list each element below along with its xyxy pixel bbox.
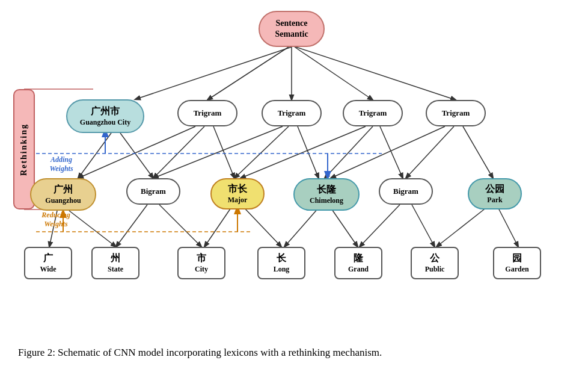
trigram1-label: Trigram <box>194 108 222 118</box>
node-chimelong: 长隆 Chimelong <box>293 178 360 211</box>
svg-line-17 <box>406 126 454 178</box>
svg-line-14 <box>325 126 373 178</box>
bigram1-label: Bigram <box>141 187 166 196</box>
svg-line-11 <box>234 126 289 178</box>
node-trigram3: Trigram <box>343 100 403 126</box>
svg-line-10 <box>153 126 283 178</box>
svg-line-25 <box>284 208 319 247</box>
bigram2-label: Bigram <box>393 187 418 196</box>
svg-line-3 <box>295 47 373 100</box>
gz-zh: 广州 <box>54 184 73 196</box>
grand-zh: 隆 <box>354 252 363 265</box>
figure-caption: Figure 2: Schematic of CNN model incorpo… <box>18 345 570 361</box>
node-bigram2: Bigram <box>379 178 433 205</box>
gz-city-en: Guangzhou City <box>80 118 130 127</box>
node-park: 公园 Park <box>468 178 522 209</box>
city-zh: 市 <box>197 252 206 265</box>
svg-line-18 <box>463 126 493 178</box>
node-sentence-semantic: SentenceSemantic <box>259 11 325 47</box>
leaf-long: 长 Long <box>257 247 305 279</box>
leaf-garden: 园 Garden <box>493 247 541 279</box>
svg-line-0 <box>135 47 292 99</box>
root-label: SentenceSemantic <box>275 18 308 40</box>
svg-line-15 <box>380 126 403 178</box>
svg-line-6 <box>120 133 153 178</box>
major-en: Major <box>228 196 248 205</box>
svg-line-8 <box>153 126 204 178</box>
park-en: Park <box>487 196 502 205</box>
park-zh: 公园 <box>485 183 504 196</box>
leaf-wide: 广 Wide <box>24 247 72 279</box>
leaf-state: 州 State <box>91 247 139 279</box>
long-zh: 长 <box>277 252 286 265</box>
node-trigram1: Trigram <box>177 100 237 126</box>
adding-weights-label: AddingWeights <box>37 155 85 173</box>
rethinking-label: Rethinking <box>19 123 29 176</box>
node-trigram4: Trigram <box>426 100 486 126</box>
trigram4-label: Trigram <box>442 108 470 118</box>
leaf-city: 市 City <box>177 247 225 279</box>
caption-text: Figure 2: Schematic of CNN model incorpo… <box>18 347 382 358</box>
diagram: Rethinking SentenceSemantic 广州市 Guangzho… <box>0 0 588 295</box>
city-en: City <box>195 265 208 274</box>
gz-en: Guangzhou <box>45 196 81 205</box>
trigram3-label: Trigram <box>359 108 387 118</box>
gz-city-zh: 广州市 <box>91 105 120 118</box>
node-guangzhou-city: 广州市 Guangzhou City <box>66 99 144 133</box>
leaf-public: 公 Public <box>411 247 459 279</box>
public-en: Public <box>425 265 445 274</box>
garden-en: Garden <box>505 265 528 274</box>
svg-line-30 <box>498 207 518 247</box>
wide-en: Wide <box>40 265 56 274</box>
state-zh: 州 <box>111 252 120 265</box>
svg-line-26 <box>331 208 358 247</box>
wide-zh: 广 <box>43 252 53 265</box>
long-en: Long <box>274 265 290 274</box>
svg-line-16 <box>331 126 445 178</box>
svg-line-28 <box>412 205 435 247</box>
node-guangzhou: 广州 Guangzhou <box>30 178 96 211</box>
public-zh: 公 <box>430 252 439 265</box>
garden-zh: 园 <box>512 252 522 265</box>
reducing-weights-label: ReducingWeights <box>32 211 80 229</box>
svg-line-1 <box>207 47 289 100</box>
svg-line-24 <box>243 207 281 247</box>
svg-line-22 <box>159 205 201 247</box>
svg-line-13 <box>240 126 366 178</box>
node-bigram1: Bigram <box>126 178 180 205</box>
svg-line-9 <box>213 126 234 178</box>
trigram2-label: Trigram <box>278 108 306 118</box>
svg-line-29 <box>436 207 487 247</box>
svg-line-27 <box>360 205 400 247</box>
chimelong-en: Chimelong <box>310 196 343 205</box>
state-en: State <box>108 265 123 274</box>
node-major: 市长 Major <box>210 178 265 209</box>
major-zh: 市长 <box>228 183 247 196</box>
svg-line-7 <box>78 126 195 178</box>
node-trigram2: Trigram <box>262 100 322 126</box>
svg-line-23 <box>204 207 231 247</box>
svg-line-21 <box>116 205 147 247</box>
chimelong-zh: 长隆 <box>317 184 336 196</box>
leaf-grand: 隆 Grand <box>334 247 382 279</box>
svg-line-12 <box>298 126 319 178</box>
grand-en: Grand <box>348 265 369 274</box>
svg-line-4 <box>296 47 456 100</box>
